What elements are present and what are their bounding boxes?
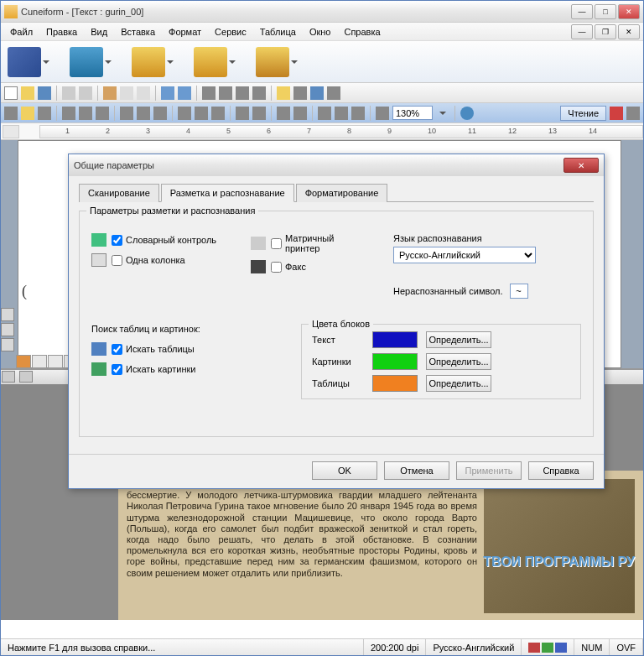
- spell-checkbox[interactable]: [112, 235, 122, 246]
- row-icon[interactable]: [236, 86, 249, 100]
- read-button[interactable]: Чтение: [560, 106, 606, 121]
- align-center-icon[interactable]: [195, 107, 208, 120]
- vtab-1[interactable]: [1, 308, 14, 321]
- color-text-label: Текст: [312, 335, 364, 345]
- preview-icon[interactable]: [79, 86, 92, 100]
- onecol-checkbox[interactable]: [112, 255, 122, 266]
- scan-nav-left[interactable]: [2, 371, 15, 383]
- define-tbl-button[interactable]: Определить...: [426, 375, 491, 392]
- search-images-label: Искать картинки: [126, 364, 195, 374]
- open2-icon[interactable]: [21, 107, 34, 120]
- printer-icon: [251, 237, 266, 250]
- mdi-close-button[interactable]: ✕: [618, 24, 640, 39]
- matrix-checkbox[interactable]: [271, 238, 282, 249]
- mdi-minimize-button[interactable]: —: [571, 24, 593, 39]
- number-icon[interactable]: [252, 107, 266, 120]
- menu-window[interactable]: Окно: [304, 25, 337, 39]
- indent-left-icon[interactable]: [277, 107, 290, 120]
- table-icon[interactable]: [202, 86, 216, 100]
- color-icon[interactable]: [318, 107, 331, 120]
- indent-right-icon[interactable]: [293, 107, 307, 120]
- tab-markup[interactable]: Разметка и распознавание: [161, 184, 294, 202]
- search-tables-checkbox[interactable]: [112, 344, 122, 355]
- spellcheck-icon[interactable]: [96, 107, 109, 120]
- menu-insert[interactable]: Вставка: [115, 25, 161, 39]
- align-right-icon[interactable]: [211, 107, 225, 120]
- menu-format[interactable]: Формат: [163, 25, 207, 39]
- search-images-checkbox[interactable]: [112, 364, 122, 375]
- app-icon: [4, 5, 18, 18]
- maximize-button[interactable]: □: [595, 4, 616, 19]
- save-icon[interactable]: [38, 86, 51, 100]
- btab-1[interactable]: [16, 355, 31, 368]
- find-icon[interactable]: [62, 107, 75, 120]
- help-button[interactable]: Справка: [528, 461, 594, 480]
- tab-scan[interactable]: Сканирование: [79, 184, 159, 202]
- undo-icon[interactable]: [161, 86, 174, 100]
- dialog-close-button[interactable]: ✕: [564, 158, 599, 173]
- close-button[interactable]: ✕: [618, 4, 640, 19]
- btab-3[interactable]: [48, 355, 63, 368]
- cursor-icon[interactable]: [327, 86, 340, 100]
- mdi-restore-button[interactable]: ❐: [595, 24, 616, 39]
- italic-icon[interactable]: [137, 107, 150, 120]
- menu-file[interactable]: Файл: [4, 25, 39, 39]
- btab-2[interactable]: [32, 355, 47, 368]
- merge-icon[interactable]: [252, 86, 266, 100]
- open-image-button[interactable]: [132, 47, 174, 77]
- zoom-icon[interactable]: [277, 86, 290, 100]
- define-text-button[interactable]: Определить...: [426, 331, 491, 348]
- lang-select[interactable]: Русско-Английский: [393, 247, 536, 263]
- wizard-button[interactable]: [8, 47, 49, 77]
- menu-view[interactable]: Вид: [85, 25, 113, 39]
- fax-checkbox[interactable]: [271, 262, 282, 273]
- unknown-input[interactable]: [510, 284, 528, 299]
- menu-service[interactable]: Сервис: [209, 25, 252, 39]
- menu-table[interactable]: Таблица: [254, 25, 302, 39]
- scanner-button[interactable]: [70, 47, 112, 77]
- new-icon[interactable]: [4, 86, 18, 100]
- replace-icon[interactable]: [79, 107, 92, 120]
- status-icon-1: [528, 643, 540, 653]
- ruler-strip[interactable]: 12 34 56 78 910 1112 1314: [39, 125, 643, 138]
- bold-icon[interactable]: [120, 107, 133, 120]
- menu-edit[interactable]: Правка: [40, 25, 83, 39]
- open-icon[interactable]: [21, 86, 34, 100]
- define-img-button[interactable]: Определить...: [426, 353, 491, 370]
- scan-nav-right[interactable]: [19, 371, 33, 383]
- ruler-button[interactable]: [3, 125, 19, 138]
- paste-icon[interactable]: [137, 86, 150, 100]
- redo-icon[interactable]: [178, 86, 191, 100]
- save2-icon[interactable]: [38, 107, 51, 120]
- vtab-3[interactable]: [1, 338, 14, 351]
- cancel-button[interactable]: Отмена: [384, 461, 449, 480]
- cut-icon[interactable]: [103, 86, 117, 100]
- chevron-down-icon: [167, 60, 174, 64]
- new2-icon[interactable]: [4, 107, 18, 120]
- recognize-button[interactable]: [194, 47, 236, 77]
- export-button[interactable]: [256, 47, 298, 77]
- view-mode-icon[interactable]: [626, 107, 640, 120]
- help-icon[interactable]: [310, 86, 324, 100]
- menu-help[interactable]: Справка: [338, 25, 386, 39]
- col-icon[interactable]: [219, 86, 232, 100]
- chevron-down-icon[interactable]: [439, 112, 446, 115]
- border-icon[interactable]: [351, 107, 365, 120]
- minimize-button[interactable]: —: [571, 4, 593, 19]
- tab-format[interactable]: Форматирование: [296, 184, 388, 202]
- stop-icon[interactable]: [610, 107, 623, 120]
- apply-button[interactable]: Применить: [456, 461, 522, 480]
- paragraph-icon[interactable]: [376, 107, 389, 120]
- ok-button[interactable]: OK: [312, 461, 377, 480]
- underline-icon[interactable]: [153, 107, 167, 120]
- info-icon[interactable]: [460, 107, 474, 120]
- bullet-icon[interactable]: [236, 107, 249, 120]
- align-left-icon[interactable]: [178, 107, 191, 120]
- chevron-down-icon: [105, 60, 112, 64]
- highlight-icon[interactable]: [335, 107, 348, 120]
- copy-icon[interactable]: [120, 86, 133, 100]
- vtab-2[interactable]: [1, 323, 14, 336]
- print-icon[interactable]: [62, 86, 75, 100]
- zoom-input[interactable]: [392, 106, 433, 120]
- tool-icon[interactable]: [293, 86, 307, 100]
